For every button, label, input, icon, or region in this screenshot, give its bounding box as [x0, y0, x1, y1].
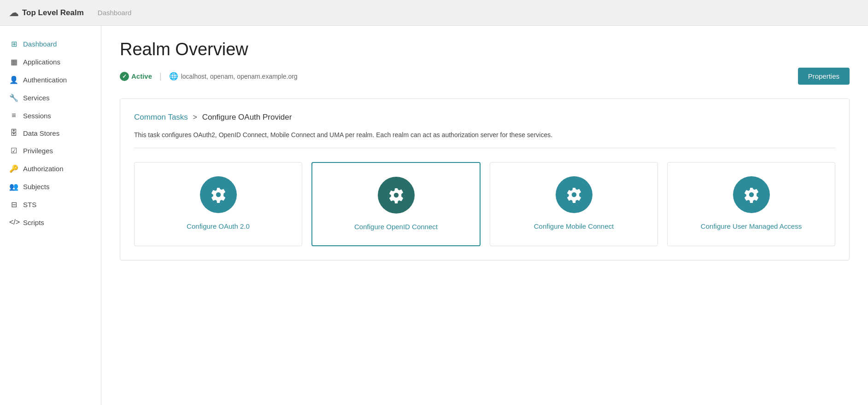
card-oauth2[interactable]: Configure OAuth 2.0 [134, 162, 302, 246]
sidebar: ⊞ Dashboard ▦ Applications 👤 Authenticat… [0, 26, 101, 405]
status-badge: ✓ Active [120, 72, 152, 81]
sidebar-label-sts: STS [23, 201, 36, 208]
gear-icon-uma [743, 186, 760, 203]
sidebar-item-authentication[interactable]: 👤 Authentication [0, 71, 101, 89]
mobile-icon-circle [556, 176, 592, 213]
card-label-uma: Configure User Managed Access [701, 221, 802, 231]
brand-title: Top Level Realm [22, 8, 84, 17]
sidebar-item-privileges[interactable]: ☑ Privileges [0, 142, 101, 160]
grid-icon: ⊞ [9, 40, 18, 48]
checkbox-icon: ☑ [9, 146, 18, 155]
page-title: Realm Overview [120, 40, 850, 59]
task-panel: Common Tasks > Configure OAuth Provider … [120, 98, 850, 260]
sidebar-label-privileges: Privileges [23, 147, 53, 155]
status-bar: ✓ Active | 🌐 localhost, openam, openam.e… [120, 68, 850, 85]
aliases-text: localhost, openam, openam.example.org [181, 73, 298, 80]
sidebar-label-sessions: Sessions [23, 112, 51, 120]
openid-icon-circle [378, 177, 415, 214]
code-icon: </> [9, 218, 18, 226]
sidebar-item-sessions[interactable]: ≡ Sessions [0, 107, 101, 124]
card-openid[interactable]: Configure OpenID Connect [311, 162, 481, 246]
sidebar-item-subjects[interactable]: 👥 Subjects [0, 178, 101, 196]
database-icon: 🗄 [9, 129, 18, 137]
uma-icon-circle [733, 176, 770, 213]
common-tasks-link[interactable]: Common Tasks [134, 113, 188, 122]
sidebar-label-subjects: Subjects [23, 183, 50, 191]
sidebar-item-dashboard[interactable]: ⊞ Dashboard [0, 35, 101, 53]
sidebar-item-sts[interactable]: ⊟ STS [0, 196, 101, 214]
task-description: This task configures OAuth2, OpenID Conn… [134, 131, 835, 148]
sidebar-item-data-stores[interactable]: 🗄 Data Stores [0, 124, 101, 142]
gear-icon-mobile [566, 186, 582, 203]
cards-container: Configure OAuth 2.0 Configure OpenID Con… [134, 162, 835, 246]
sidebar-label-authorization: Authorization [23, 165, 64, 173]
breadcrumb-current: Configure OAuth Provider [202, 113, 292, 122]
sidebar-item-services[interactable]: 🔧 Services [0, 89, 101, 107]
sidebar-label-dashboard: Dashboard [23, 40, 57, 48]
sidebar-label-data-stores: Data Stores [23, 129, 59, 137]
people-icon: 👥 [9, 182, 18, 191]
top-header: ☁ Top Level Realm Dashboard [0, 0, 868, 26]
breadcrumb-separator: > [193, 113, 197, 121]
check-icon: ✓ [120, 72, 129, 81]
apps-icon: ▦ [9, 58, 18, 66]
gear-icon-openid [388, 187, 405, 203]
header-breadcrumb: Dashboard [98, 9, 131, 17]
sidebar-label-authentication: Authentication [23, 76, 67, 84]
list-icon: ≡ [9, 111, 18, 120]
layout: ⊞ Dashboard ▦ Applications 👤 Authenticat… [0, 26, 868, 405]
oauth2-icon-circle [200, 176, 237, 213]
key-icon: 🔑 [9, 164, 18, 173]
card-label-oauth2: Configure OAuth 2.0 [187, 221, 250, 231]
sidebar-label-scripts: Scripts [23, 219, 44, 226]
sidebar-item-scripts[interactable]: </> Scripts [0, 214, 101, 231]
main-content: Realm Overview ✓ Active | 🌐 localhost, o… [101, 26, 868, 405]
brand: ☁ Top Level Realm [9, 7, 84, 18]
globe-icon: 🌐 [169, 72, 178, 81]
card-label-mobile: Configure Mobile Connect [534, 221, 614, 231]
status-label: Active [131, 72, 152, 80]
card-label-openid: Configure OpenID Connect [354, 222, 438, 231]
properties-button[interactable]: Properties [798, 68, 850, 85]
sidebar-item-applications[interactable]: ▦ Applications [0, 53, 101, 71]
status-divider: | [159, 71, 162, 81]
sidebar-item-authorization[interactable]: 🔑 Authorization [0, 160, 101, 178]
cloud-icon: ☁ [9, 7, 18, 18]
person-icon: 👤 [9, 75, 18, 84]
gear-icon-oauth2 [210, 186, 227, 203]
realm-aliases: 🌐 localhost, openam, openam.example.org [169, 72, 298, 81]
task-breadcrumb: Common Tasks > Configure OAuth Provider [134, 113, 835, 122]
sidebar-label-applications: Applications [23, 58, 60, 66]
wrench-icon: 🔧 [9, 93, 18, 102]
sidebar-label-services: Services [23, 94, 50, 102]
card-mobile[interactable]: Configure Mobile Connect [490, 162, 658, 246]
card-uma[interactable]: Configure User Managed Access [667, 162, 835, 246]
sts-icon: ⊟ [9, 200, 18, 209]
